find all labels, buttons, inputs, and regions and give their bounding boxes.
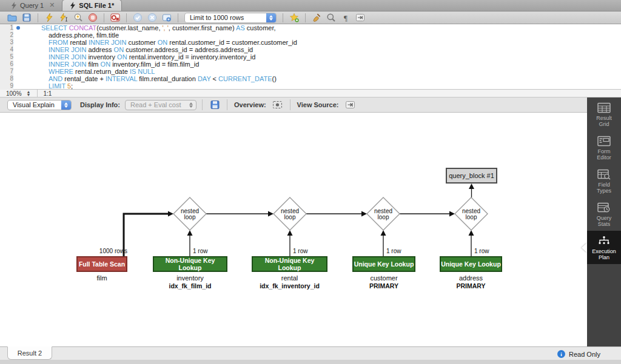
select-stepper-icon: [186, 100, 196, 110]
full-table-scan-node-film[interactable]: Full Table Scan: [76, 256, 127, 272]
result-view-sidebar: ResultGridFormEditorFieldTypesQueryStats…: [587, 98, 621, 346]
line-number: 6: [0, 61, 13, 68]
line-number: 3: [0, 39, 13, 46]
view-source-label: View Source:: [297, 101, 339, 108]
select-stepper-icon: [61, 100, 71, 110]
sql-code: address.phone, film.title: [49, 31, 119, 39]
sql-code: AND rental_date + INTERVAL film.rental_d…: [49, 75, 277, 82]
sql-bolt-icon: [11, 2, 17, 9]
autocommit-toggle-icon[interactable]: [161, 13, 172, 23]
sql-line: 7WHERE rental.return_date IS NULL: [0, 68, 621, 75]
zoom-ratio-button[interactable]: 1:1: [44, 90, 52, 97]
explain-magnifier-icon[interactable]: [73, 13, 84, 23]
sidebar-item-query-stats[interactable]: QueryStats: [587, 197, 621, 231]
sql-line: 4INNER JOIN address ON customer.address_…: [0, 46, 621, 53]
divider: [227, 99, 227, 110]
commit-check-icon[interactable]: [132, 13, 143, 23]
tab-label: Query 1: [20, 2, 44, 9]
line-number: 2: [0, 31, 13, 39]
toolbar-separator: [126, 13, 127, 22]
invisibles-pilcrow-icon[interactable]: ¶: [340, 13, 351, 23]
svg-text:loop: loop: [284, 214, 296, 220]
zoom-level[interactable]: 100%: [6, 90, 22, 97]
sql-line: 2address.phone, film.title: [0, 31, 621, 39]
active-pointer-icon: [582, 243, 587, 253]
toolbar-separator: [305, 13, 306, 22]
key-lookup-node-address[interactable]: Unique Key Lookup: [440, 256, 502, 272]
divider: [290, 99, 290, 110]
sidebar-item-form-editor[interactable]: FormEditor: [587, 131, 621, 164]
node-table-label: inventoryidx_fk_film_id: [141, 274, 240, 290]
query-stats-icon: [597, 202, 611, 213]
tab-query-1[interactable]: Query 1 ✕: [4, 0, 62, 11]
visual-explain-canvas[interactable]: 1000 rows1 row1 row1 row1 rownestedloopn…: [0, 113, 587, 346]
sidebar-item-label: FormEditor: [597, 148, 611, 160]
line-number: 4: [0, 46, 13, 53]
node-table-label: addressPRIMARY: [428, 274, 514, 290]
toolbar-separator: [178, 13, 178, 22]
zoom-stepper-icon[interactable]: ▲▼: [27, 90, 31, 96]
svg-text:1000 rows: 1000 rows: [99, 248, 127, 254]
sidebar-item-field-types[interactable]: FieldTypes: [587, 164, 621, 197]
svg-text:1 row: 1 row: [474, 248, 489, 254]
overview-label: Overview:: [234, 101, 266, 108]
info-icon[interactable]: i: [557, 350, 565, 358]
svg-text:loop: loop: [184, 214, 196, 220]
sidebar-item-result-grid[interactable]: ResultGrid: [587, 98, 621, 131]
line-number: 9: [0, 82, 13, 90]
open-folder-icon[interactable]: [7, 13, 18, 23]
sidebar-item-label: ResultGrid: [596, 115, 612, 127]
toggle-stop-on-error-icon[interactable]: [110, 13, 121, 23]
editor-tab-bar: Query 1 ✕ SQL File 1*: [0, 0, 621, 12]
line-number: 7: [0, 68, 13, 75]
key-lookup-node-rental[interactable]: Non-Unique Key Lookup: [252, 256, 327, 272]
sql-line: 8AND rental_date + INTERVAL film.rental_…: [0, 75, 621, 82]
svg-text:loop: loop: [378, 214, 389, 220]
line-number: 5: [0, 53, 13, 61]
find-magnifier-icon[interactable]: [326, 13, 337, 23]
display-info-select[interactable]: Read + Eval cost: [125, 100, 196, 110]
sql-bolt-icon: [70, 2, 76, 9]
query-block-node[interactable]: query_block #1: [446, 168, 497, 184]
key-lookup-node-customer[interactable]: Unique Key Lookup: [352, 256, 415, 272]
sidebar-item-execution-plan[interactable]: ExecutionPlan: [587, 231, 621, 264]
editor-zoom-bar: 100% ▲▼ 1:1: [0, 90, 621, 98]
toolbar-separator: [38, 13, 38, 22]
beautify-broom-icon[interactable]: [311, 13, 322, 23]
sql-code: INNER JOIN address ON customer.address_i…: [49, 46, 253, 53]
execute-bolt-icon[interactable]: [44, 13, 55, 23]
sidebar-item-label: FieldTypes: [597, 182, 611, 194]
line-number: 1: [0, 24, 13, 31]
select-stepper-icon: [266, 13, 276, 23]
sql-code: FROM rental INNER JOIN customer ON renta…: [49, 39, 297, 46]
tab-sql-file-1[interactable]: SQL File 1*: [62, 0, 122, 11]
result-grid-icon: [597, 102, 611, 113]
save-icon[interactable]: [21, 13, 32, 23]
svg-text:1 row: 1 row: [386, 248, 401, 254]
svg-text:loop: loop: [466, 214, 477, 220]
sql-line: 5INNER JOIN inventory ON rental.inventor…: [0, 53, 621, 61]
explain-mode-select[interactable]: Visual Explain: [7, 100, 72, 110]
result-tab[interactable]: Result 2: [7, 346, 52, 360]
sql-code: INNER JOIN film ON inventory.film_id = f…: [49, 61, 199, 68]
add-snippet-star-icon[interactable]: [289, 13, 300, 23]
key-lookup-node-inventory[interactable]: Non-Unique Key Lookup: [153, 256, 227, 272]
sql-code: LIMIT 5;: [49, 82, 73, 90]
sidebar-item-label: ExecutionPlan: [592, 248, 616, 260]
sql-editor[interactable]: 1SELECT CONCAT(customer.last_name, ', ',…: [0, 24, 621, 90]
field-types-icon: [597, 169, 611, 180]
sql-toolbar: Limit to 1000 rows¶: [0, 12, 621, 24]
explain-connectors: 1000 rows1 row1 row1 row1 rownestedloopn…: [0, 113, 587, 346]
sql-line: 1SELECT CONCAT(customer.last_name, ', ',…: [0, 24, 621, 31]
sql-line: 9LIMIT 5;: [0, 82, 621, 90]
save-image-icon[interactable]: [208, 99, 221, 110]
stop-icon[interactable]: [87, 13, 98, 23]
execute-current-bolt-icon[interactable]: [58, 13, 69, 23]
wrap-text-icon[interactable]: [355, 13, 366, 23]
close-tab-icon[interactable]: ✕: [49, 1, 55, 9]
rollback-x-icon[interactable]: [147, 13, 158, 23]
limit-rows-select[interactable]: Limit to 1000 rows: [184, 13, 277, 23]
form-editor-icon: [597, 136, 611, 147]
overview-icon[interactable]: [271, 99, 284, 110]
view-source-icon[interactable]: [344, 99, 357, 110]
